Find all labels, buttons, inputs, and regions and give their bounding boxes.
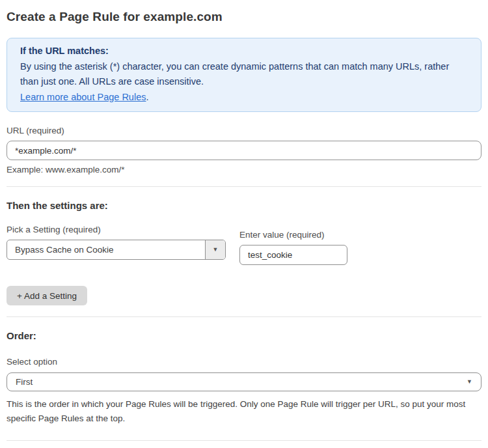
section-divider — [7, 186, 481, 187]
footer-divider — [7, 440, 481, 441]
order-select[interactable]: First ▼ — [7, 372, 481, 391]
pick-setting-selected-value: Bypass Cache on Cookie — [7, 240, 205, 259]
enter-value-label: Enter value (required) — [239, 230, 347, 240]
pick-setting-label: Pick a Setting (required) — [7, 225, 226, 234]
order-select-label: Select option — [7, 357, 481, 367]
url-input[interactable] — [7, 141, 481, 160]
chevron-down-icon: ▼ — [213, 247, 219, 253]
create-page-rule-form: Create a Page Rule for example.com If th… — [0, 10, 488, 448]
add-setting-button[interactable]: + Add a Setting — [7, 286, 87, 305]
link-period: . — [146, 92, 148, 102]
section-divider — [7, 316, 481, 317]
order-section-heading: Order: — [7, 330, 481, 341]
settings-row: Pick a Setting (required) Bypass Cache o… — [7, 211, 481, 265]
info-box-body-text: By using the asterisk (*) character, you… — [20, 61, 449, 87]
pick-setting-dropdown-button[interactable]: ▼ — [205, 240, 225, 259]
learn-more-page-rules-link[interactable]: Learn more about Page Rules — [20, 92, 146, 102]
info-box-link-line: Learn more about Page Rules. — [20, 90, 468, 105]
pick-setting-column: Pick a Setting (required) Bypass Cache o… — [7, 211, 226, 260]
chevron-down-icon: ▼ — [467, 379, 472, 385]
order-helper-text: This is the order in which your Page Rul… — [7, 397, 479, 426]
order-selected-value: First — [16, 377, 33, 387]
page-title: Create a Page Rule for example.com — [7, 10, 481, 24]
setting-value-input[interactable] — [239, 245, 347, 265]
url-field-label: URL (required) — [7, 126, 481, 135]
url-example-helper: Example: www.example.com/* — [7, 165, 481, 175]
url-matches-info-box: If the URL matches: By using the asteris… — [7, 38, 481, 112]
pick-setting-select[interactable]: Bypass Cache on Cookie ▼ — [7, 240, 226, 260]
enter-value-column: Enter value (required) — [239, 211, 347, 265]
info-box-body: By using the asterisk (*) character, you… — [20, 59, 468, 90]
info-box-heading: If the URL matches: — [20, 44, 468, 59]
settings-section-heading: Then the settings are: — [7, 200, 481, 211]
